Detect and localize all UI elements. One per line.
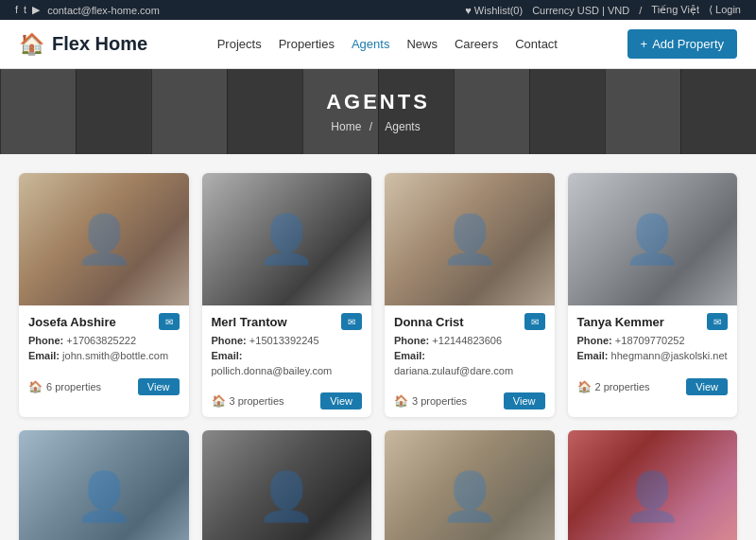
logo-icon: 🏠 [19,32,44,57]
agent-photo: 👤 [202,173,372,305]
agent-info: Merl Trantow ✉ Phone: +15013392245 Email… [202,305,372,387]
agent-card: 👤 📞 18006268 Rosalind Cruickshank ✉ Phon… [568,430,738,540]
view-button[interactable]: View [320,392,362,409]
breadcrumb-current: Agents [385,120,420,133]
agent-card: 👤 Bernard Weber ✉ Phone: +12560139462 Em… [385,430,555,540]
agent-phone: Phone: +18709770252 [577,334,729,348]
agent-card: 👤 Max Hagenes ✉ Phone: +14400449935 Emai… [202,430,372,540]
agent-props: 🏠 3 properties [394,394,467,408]
nav-projects[interactable]: Projects [217,37,262,51]
view-button[interactable]: View [138,378,180,395]
twitter-icon[interactable]: t [24,4,26,16]
facebook-icon[interactable]: f [15,4,18,16]
house-icon: 🏠 [394,394,408,408]
agent-props: 🏠 3 properties [212,394,284,408]
house-icon: 🏠 [28,380,43,393]
agent-email: Email: hhegmann@jaskolski.net [577,349,729,363]
agent-photo: 👤 [568,430,738,540]
agent-phone: Phone: +12144823606 [394,334,545,348]
top-bar-left: f t ▶ contact@flex-home.com [15,4,160,16]
agent-card: 👤 Vito Bradtke ✉ Phone: +13216155513 Ema… [19,430,189,540]
agent-footer: 🏠 2 properties View [568,373,738,403]
agent-name: Josefa Abshire [28,315,116,329]
logo[interactable]: 🏠 Flex Home [19,32,147,57]
agent-photo-wrap: 👤 [202,430,372,540]
nav-careers[interactable]: Careers [455,37,498,51]
email-icon[interactable]: ✉ [524,313,545,330]
agent-property-count: 2 properties [595,381,650,392]
agent-name-row: Tanya Kemmer ✉ [577,313,729,330]
agent-footer: 🏠 3 properties View [385,387,555,417]
agent-props: 🏠 2 properties [577,380,650,393]
nav-contact[interactable]: Contact [515,37,558,51]
add-property-button[interactable]: + Add Property [627,29,737,59]
breadcrumb: Home / Agents [331,120,424,133]
language-selector[interactable]: Tiếng Việt [651,4,699,16]
breadcrumb-sep: / [369,120,372,133]
top-bar-right: ♥ Wishlist(0) Currency USD | VND / Tiếng… [465,4,741,16]
agent-photo: 👤 [385,173,555,305]
agent-name-row: Merl Trantow ✉ [212,313,363,330]
social-icons: f t ▶ [15,4,40,16]
hero-section: AGENTS Home / Agents [0,69,756,154]
view-button[interactable]: View [686,378,728,395]
agent-name: Merl Trantow [212,315,287,329]
youtube-icon[interactable]: ▶ [32,4,40,16]
agent-props: 🏠 6 properties [28,380,101,393]
agent-photo-wrap: 👤 [568,173,738,305]
contact-email: contact@flex-home.com [47,5,160,16]
agent-name-row: Josefa Abshire ✉ [28,313,180,330]
agent-email: Email: john.smith@bottle.com [28,349,180,363]
agent-card: 👤 Josefa Abshire ✉ Phone: +17063825222 E… [19,173,189,417]
agent-email: Email: pollich.donna@bailey.com [212,349,363,378]
agent-card: 👤 Merl Trantow ✉ Phone: +15013392245 Ema… [202,173,372,417]
agent-card: 👤 Donna Crist ✉ Phone: +12144823606 Emai… [385,173,555,417]
agent-photo-wrap: 👤 [19,430,189,540]
agent-phone: Phone: +15013392245 [212,334,363,348]
nav-news[interactable]: News [406,37,438,51]
agents-section: 👤 Josefa Abshire ✉ Phone: +17063825222 E… [9,173,747,540]
currency-selector[interactable]: Currency USD | VND [532,5,629,16]
agents-grid: 👤 Josefa Abshire ✉ Phone: +17063825222 E… [19,173,737,540]
add-property-label: Add Property [652,37,724,51]
agent-photo-wrap: 👤 [202,173,372,305]
page-title: AGENTS [326,90,430,114]
agent-footer: 🏠 3 properties View [202,387,372,417]
agent-photo-wrap: 👤 [385,173,555,305]
agent-info: Donna Crist ✉ Phone: +12144823606 Email:… [385,305,555,387]
agent-photo: 👤 [19,173,189,305]
divider: / [639,5,642,16]
house-icon: 🏠 [577,380,592,393]
agent-photo: 👤 [568,173,738,305]
agent-name: Tanya Kemmer [577,315,664,329]
agent-photo-wrap: 👤 [19,173,189,305]
top-bar: f t ▶ contact@flex-home.com ♥ Wishlist(0… [0,0,756,20]
agent-property-count: 3 properties [412,395,467,407]
view-button[interactable]: View [504,392,545,409]
email-icon[interactable]: ✉ [159,313,180,330]
agent-footer: 🏠 6 properties View [19,373,189,403]
nav-agents[interactable]: Agents [352,37,389,51]
agent-info: Josefa Abshire ✉ Phone: +17063825222 Ema… [19,305,189,373]
login-link[interactable]: ⟨ Login [709,4,741,16]
house-icon: 🏠 [212,394,226,408]
agent-photo: 👤 [19,430,189,540]
agent-photo: 👤 [202,430,372,540]
agent-photo-wrap: 👤 [385,430,555,540]
wishlist-link[interactable]: ♥ Wishlist(0) [465,5,523,16]
agent-name: Donna Crist [394,315,464,329]
header: 🏠 Flex Home Projects Properties Agents N… [0,20,756,69]
agent-property-count: 3 properties [230,395,284,407]
agent-photo-wrap: 👤 📞 18006268 [568,430,738,540]
breadcrumb-home[interactable]: Home [331,120,361,133]
email-icon[interactable]: ✉ [707,313,728,330]
agent-photo: 👤 [385,430,555,540]
add-icon: + [641,37,648,51]
agent-property-count: 6 properties [46,381,101,392]
nav-properties[interactable]: Properties [279,37,335,51]
agent-info: Tanya Kemmer ✉ Phone: +18709770252 Email… [568,305,738,373]
agent-email: Email: dariana.zulauf@dare.com [394,349,545,378]
email-icon[interactable]: ✉ [341,313,362,330]
main-nav: Projects Properties Agents News Careers … [217,37,558,51]
agent-phone: Phone: +17063825222 [28,334,180,348]
